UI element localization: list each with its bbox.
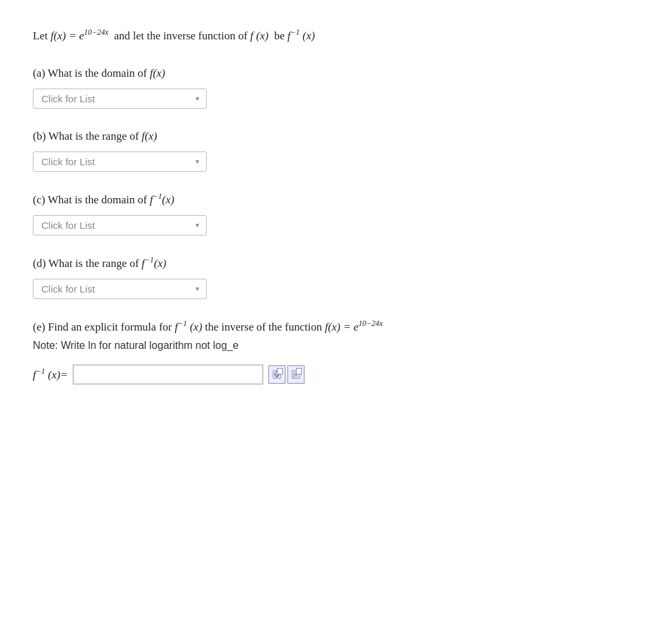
part-b-dropdown[interactable]: Click for List ▾: [33, 152, 207, 172]
part-a-text: (a) What is the domain of f(x): [33, 67, 165, 79]
part-b-chevron-icon: ▾: [196, 157, 200, 166]
part-a-dropdown-text: Click for List: [41, 93, 95, 104]
part-c-text: (c) What is the domain of f−1(x): [33, 193, 175, 206]
part-b-text: (b) What is the range of f(x): [33, 130, 157, 142]
part-b: (b) What is the range of f(x) Click for …: [33, 127, 639, 172]
part-a-label: (a) What is the domain of f(x): [33, 64, 639, 82]
part-b-dropdown-text: Click for List: [41, 156, 95, 167]
problem-header: Let f(x) = e10−24x and let the inverse f…: [33, 26, 639, 45]
header-finv: f−1 (x): [287, 30, 315, 42]
part-d-dropdown[interactable]: Click for List ▾: [33, 279, 207, 299]
part-d-dropdown-text: Click for List: [41, 283, 95, 294]
part-d-text: (d) What is the range of f−1(x): [33, 257, 166, 270]
part-c-dropdown[interactable]: Click for List ▾: [33, 215, 207, 235]
part-a-chevron-icon: ▾: [196, 94, 200, 103]
part-e-label: (e) Find an explicit formula for f−1 (x)…: [33, 317, 639, 336]
part-d: (d) What is the range of f−1(x) Click fo…: [33, 254, 639, 299]
part-a-dropdown[interactable]: Click for List ▾: [33, 89, 207, 109]
part-c-dropdown-text: Click for List: [41, 220, 95, 231]
clear-input-icon[interactable]: [268, 365, 285, 384]
part-d-chevron-icon: ▾: [196, 285, 200, 293]
part-d-label: (d) What is the range of f−1(x): [33, 254, 639, 272]
part-e-text-content: (e) Find an explicit formula for f−1 (x)…: [33, 321, 383, 333]
equation-svg: fx: [291, 370, 301, 379]
part-e: (e) Find an explicit formula for f−1 (x)…: [33, 317, 639, 384]
answer-input[interactable]: [73, 365, 263, 384]
part-c-label: (c) What is the domain of f−1(x): [33, 190, 639, 209]
svg-rect-0: [273, 371, 281, 378]
header-fx: f(x) = e10−24x: [51, 30, 108, 42]
answer-label: f−1 (x)=: [33, 367, 68, 382]
part-c: (c) What is the domain of f−1(x) Click f…: [33, 190, 639, 235]
part-b-label: (b) What is the range of f(x): [33, 127, 639, 145]
part-c-chevron-icon: ▾: [196, 221, 200, 230]
header-text: Let f(x) = e10−24x and let the inverse f…: [33, 30, 315, 42]
answer-icons: fx: [268, 365, 304, 384]
answer-row: f−1 (x)= fx: [33, 365, 639, 384]
svg-text:fx: fx: [293, 372, 297, 378]
clear-svg: [272, 370, 282, 379]
part-e-note: Note: Write ln for natural logarithm not…: [33, 340, 639, 352]
header-fx2: f (x): [250, 30, 268, 42]
part-a: (a) What is the domain of f(x) Click for…: [33, 64, 639, 109]
equation-editor-icon[interactable]: fx: [287, 365, 304, 384]
